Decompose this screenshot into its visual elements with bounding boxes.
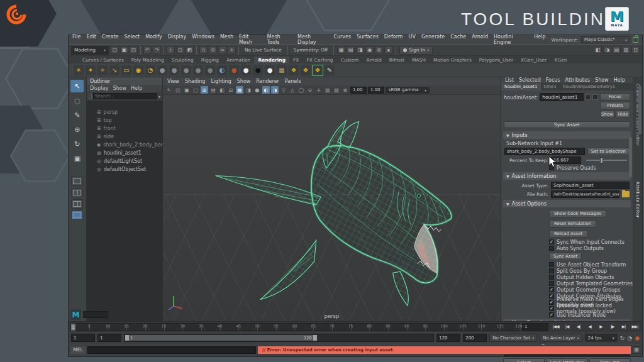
- playback-button[interactable]: ◀|: [573, 323, 584, 331]
- attribute-editor-menu-item[interactable]: Attributes: [565, 77, 591, 83]
- viewport-display-icon[interactable]: ⊞: [201, 86, 208, 94]
- option-checkbox[interactable]: [549, 246, 554, 251]
- shelf-tab[interactable]: Arnold: [362, 57, 385, 63]
- playback-button[interactable]: |▶: [607, 323, 618, 331]
- timeline-tick[interactable]: 105: [445, 324, 464, 331]
- node-tab[interactable]: time1: [541, 83, 560, 90]
- attribute-editor-menu-item[interactable]: Help: [614, 77, 625, 83]
- outliner-item[interactable]: ✇ top: [87, 116, 162, 124]
- range-handle-left[interactable]: [125, 335, 129, 341]
- timeline-tick[interactable]: 15: [108, 324, 127, 331]
- menu-item[interactable]: Arnold: [472, 34, 488, 45]
- playback-button[interactable]: |◀◀: [550, 323, 561, 331]
- shelf-tool-icon[interactable]: ●: [157, 65, 167, 75]
- menu-item[interactable]: File: [72, 34, 80, 45]
- shelf-tab[interactable]: MASH: [408, 57, 430, 63]
- workspace-dropdown[interactable]: Maya Classic*: [581, 36, 630, 43]
- attribute-editor-menu-item[interactable]: Focus: [546, 77, 560, 83]
- viewport-menu-item[interactable]: Shading: [185, 79, 206, 84]
- outliner-item[interactable]: ✇ side: [87, 133, 162, 141]
- asset-information-header[interactable]: ▼Asset Information: [503, 172, 631, 180]
- shelf-tab[interactable]: Motion Graphics: [430, 57, 475, 63]
- timeline-tick[interactable]: 5: [71, 324, 90, 331]
- timeline-tick[interactable]: 115: [482, 324, 501, 331]
- layout-current-button[interactable]: [71, 211, 83, 220]
- status-icon[interactable]: ▢: [111, 46, 119, 54]
- panel-toggle-icon[interactable]: ◧: [594, 46, 602, 54]
- option-checkbox[interactable]: [549, 312, 554, 317]
- timeline-tick[interactable]: 80: [352, 324, 370, 331]
- option-checkbox[interactable]: [549, 262, 554, 267]
- viewport-display-icon[interactable]: ↖: [165, 86, 173, 94]
- option-checkbox[interactable]: [549, 239, 554, 244]
- outliner-item[interactable]: ◍ houdini_asset1: [87, 149, 162, 157]
- timeline-tick[interactable]: 40: [202, 324, 221, 331]
- menu-item[interactable]: Mesh Tools: [267, 34, 292, 45]
- file-path-field[interactable]: /sdr/Desktop/assets/houdini_asset.hda: [551, 190, 619, 198]
- viewport-display-icon[interactable]: ⊗: [341, 86, 349, 94]
- shelf-tool-icon[interactable]: ✎: [325, 65, 335, 75]
- viewport-display-icon[interactable]: □: [192, 86, 199, 94]
- node-name-field[interactable]: houdini_asset1: [540, 93, 583, 101]
- option-checkbox[interactable]: [549, 300, 554, 305]
- colorspace-dropdown[interactable]: sRGB gamma: [386, 87, 430, 94]
- playback-button[interactable]: ▶▶|: [630, 323, 640, 331]
- current-frame-field[interactable]: 1: [522, 323, 548, 331]
- playback-button[interactable]: ▶|: [618, 323, 629, 331]
- live-surface-label[interactable]: No Live Surface: [242, 47, 284, 53]
- shelf-tool-icon[interactable]: ❖: [289, 65, 299, 75]
- status-icon[interactable]: ↷: [153, 46, 161, 54]
- viewport-menu-item[interactable]: Show: [237, 79, 251, 84]
- viewport-display-icon[interactable]: ●: [253, 86, 261, 94]
- menu-item[interactable]: Edit: [86, 34, 96, 45]
- playback-button[interactable]: ▶: [596, 323, 606, 331]
- shelf-tab[interactable]: Rendering: [254, 57, 289, 63]
- attribute-editor-menu-item[interactable]: Selected: [519, 77, 541, 83]
- menu-item[interactable]: UV: [409, 34, 416, 45]
- menu-item[interactable]: Curves: [333, 34, 351, 45]
- timeline-tick[interactable]: 120: [501, 324, 519, 331]
- option-checkbox[interactable]: [549, 268, 554, 273]
- hide-button[interactable]: Hide: [616, 111, 630, 118]
- menu-item[interactable]: Help: [534, 34, 545, 45]
- shelf-tab[interactable]: Polygons_User: [475, 57, 517, 63]
- attribute-editor-scrollbar[interactable]: [629, 137, 632, 177]
- viewport-canvas[interactable]: persp: [163, 95, 501, 321]
- tool-icon[interactable]: ◌: [70, 94, 84, 107]
- timeline-tick[interactable]: 110: [464, 324, 482, 331]
- menu-item[interactable]: Select: [124, 34, 140, 45]
- playback-end-field[interactable]: 120: [436, 334, 460, 342]
- outliner-menu-item[interactable]: Display: [90, 85, 109, 91]
- sync-asset-small-button[interactable]: Sync Asset: [549, 253, 582, 260]
- shelf-tool-icon[interactable]: ●: [229, 65, 239, 75]
- status-icon[interactable]: ◨: [356, 46, 364, 54]
- viewport-display-icon[interactable]: △: [289, 86, 296, 94]
- timeline-tick[interactable]: 100: [426, 324, 445, 331]
- panel-toggle-icon[interactable]: ◑: [603, 46, 611, 54]
- attribute-editor-footer-button[interactable]: Select: [503, 358, 545, 362]
- asset-option-button[interactable]: Reset Simulation: [549, 220, 596, 228]
- viewport-display-icon[interactable]: ◑: [271, 86, 279, 94]
- attribute-editor-menu-item[interactable]: List: [505, 77, 514, 83]
- playback-button[interactable]: ◀: [584, 323, 595, 331]
- asset-option-button[interactable]: Show Cook Messages: [549, 210, 606, 217]
- outliner-item[interactable]: ◎ defaultLightSet: [87, 157, 162, 165]
- status-icon[interactable]: ◇: [199, 46, 208, 54]
- option-checkbox[interactable]: [549, 275, 554, 280]
- viewport-menu-item[interactable]: Lighting: [211, 79, 231, 84]
- outliner-item[interactable]: ◈ shark_body_2:body_body: [87, 141, 162, 149]
- timeline-ticks[interactable]: 1 51015202530354045505560657075808590951…: [70, 323, 520, 331]
- shelf-tool-icon[interactable]: ●: [169, 65, 179, 75]
- tool-icon[interactable]: ▣: [70, 152, 84, 165]
- timeline-tick[interactable]: 85: [370, 324, 389, 331]
- shelf-tool-icon[interactable]: ◉: [133, 65, 143, 75]
- timeline-tick[interactable]: 35: [183, 324, 202, 331]
- attribute-editor-footer-button[interactable]: Load Attributes: [546, 358, 587, 362]
- status-icon[interactable]: ◻: [176, 46, 184, 54]
- status-icon[interactable]: +: [228, 46, 236, 54]
- shelf-tab[interactable]: Curves / Surfaces: [79, 57, 128, 63]
- status-icon[interactable]: ◩: [186, 46, 194, 54]
- outliner-scrollbar[interactable]: [638, 85, 641, 134]
- outliner-menu-item[interactable]: Show: [113, 85, 126, 91]
- shelf-tab[interactable]: FX: [289, 57, 303, 63]
